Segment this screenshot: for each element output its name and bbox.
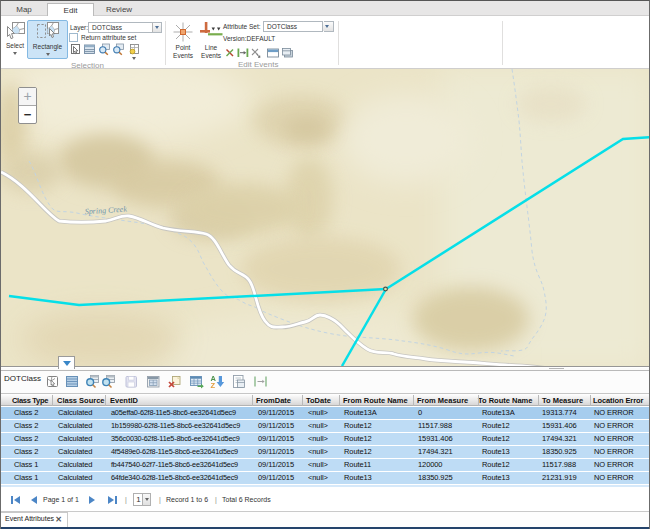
svg-text:Z: Z xyxy=(210,381,215,389)
